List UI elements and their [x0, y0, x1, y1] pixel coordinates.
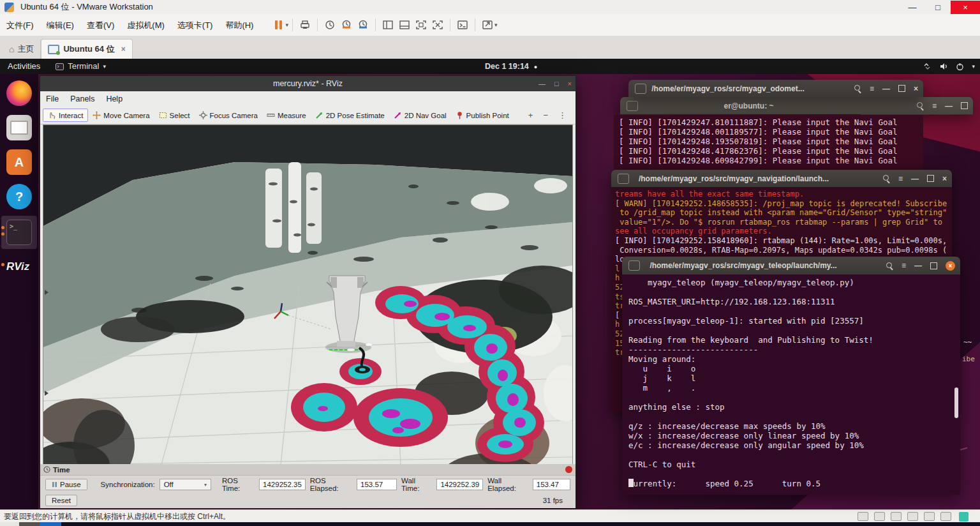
- time-panel-title: Time: [53, 466, 70, 474]
- menu-icon[interactable]: ≡: [902, 261, 906, 270]
- sound-device-icon[interactable]: [924, 512, 935, 521]
- terminal-icon: [56, 63, 64, 70]
- terminal-teleop-output[interactable]: myagv_teleop (myagv_teleop/myagv_teleop.…: [622, 274, 960, 492]
- pause-button[interactable]: Pause: [45, 479, 87, 490]
- snapshot-manager-icon[interactable]: [355, 17, 371, 33]
- tool-focus-camera[interactable]: Focus Camera: [195, 109, 262, 121]
- activities-button[interactable]: Activities: [0, 59, 48, 74]
- wall-time-field[interactable]: 1429252.39: [436, 479, 483, 490]
- unity-mode-icon[interactable]: [429, 17, 446, 33]
- rviz-titlebar[interactable]: mercury.rviz* - RViz — □ ×: [40, 76, 575, 91]
- menu-file[interactable]: 文件(F): [0, 15, 40, 36]
- rviz-minimize-button[interactable]: —: [538, 80, 546, 87]
- menu-tabs[interactable]: 选项卡(T): [171, 15, 219, 36]
- ros-time-field[interactable]: 1429252.35: [259, 479, 306, 490]
- tool-properties-button[interactable]: ⋮: [558, 110, 567, 120]
- fit-guest-caret-icon[interactable]: ▾: [494, 22, 498, 28]
- tool-remove-button[interactable]: −: [543, 110, 548, 120]
- search-icon[interactable]: [886, 262, 893, 269]
- wall-elapsed-field[interactable]: 153.47: [533, 479, 570, 490]
- terminal-teleop-window[interactable]: /home/er/myagv_ros/src/myagv_teleop/laun…: [622, 257, 960, 495]
- close-icon[interactable]: ×: [942, 174, 947, 183]
- rviz-menu-file[interactable]: File: [40, 94, 64, 103]
- rviz-menu-help[interactable]: Help: [100, 94, 128, 103]
- search-icon[interactable]: [854, 85, 861, 92]
- maximize-icon[interactable]: [930, 262, 937, 269]
- menu-icon[interactable]: ≡: [898, 174, 903, 183]
- maximize-icon[interactable]: [961, 102, 968, 109]
- topbar-clock[interactable]: Dec 1 19:14●: [485, 59, 537, 75]
- search-icon[interactable]: [917, 102, 924, 109]
- close-icon[interactable]: ×: [946, 261, 955, 271]
- tool-add-button[interactable]: +: [528, 110, 533, 120]
- menu-help[interactable]: 帮助(H): [219, 15, 260, 36]
- software-icon[interactable]: A: [6, 149, 32, 175]
- network-device-icon[interactable]: [891, 512, 902, 521]
- appmenu-terminal[interactable]: Terminal ▾: [48, 59, 114, 74]
- maximize-icon[interactable]: [927, 175, 934, 182]
- terminal-odom-window[interactable]: /home/er/myagv_ros/src/myagv_odomet... ≡…: [628, 80, 923, 97]
- ros-elapsed-field[interactable]: 153.57: [357, 479, 397, 490]
- tab-ubuntu-vm[interactable]: Ubuntu 64 位 ×: [41, 39, 132, 59]
- rviz-close-button[interactable]: ×: [568, 80, 572, 87]
- usb-device-icon[interactable]: [907, 512, 918, 521]
- volume-icon[interactable]: [939, 63, 948, 70]
- tool-move-camera[interactable]: Move Camera: [88, 109, 154, 121]
- minimize-icon[interactable]: —: [945, 101, 953, 110]
- close-icon[interactable]: ×: [914, 84, 918, 93]
- window-minimize-button[interactable]: —: [900, 1, 925, 14]
- minimize-icon[interactable]: —: [882, 84, 890, 93]
- menu-view[interactable]: 查看(V): [80, 15, 121, 36]
- tab-close-icon[interactable]: ×: [121, 45, 126, 54]
- files-icon[interactable]: [6, 115, 32, 140]
- system-menu-caret-icon[interactable]: ▾: [972, 63, 975, 70]
- take-snapshot-icon[interactable]: [322, 17, 338, 33]
- tool-measure[interactable]: Measure: [262, 109, 311, 121]
- help-icon[interactable]: ?: [6, 184, 32, 209]
- printer-device-icon[interactable]: [940, 512, 951, 521]
- menu-edit[interactable]: 编辑(E): [40, 15, 80, 36]
- tool-publish-point[interactable]: Publish Point: [451, 109, 514, 121]
- tool-select[interactable]: Select: [154, 109, 195, 121]
- rviz-dock-icon[interactable]: RViz: [6, 254, 32, 280]
- time-panel-close-button[interactable]: [565, 466, 572, 473]
- show-thumbnails-icon[interactable]: [396, 17, 413, 33]
- minimize-icon[interactable]: —: [911, 174, 919, 183]
- cdrom-device-icon[interactable]: [874, 512, 885, 521]
- window-maximize-button[interactable]: □: [925, 1, 951, 14]
- firefox-icon[interactable]: [6, 80, 32, 106]
- window-close-button[interactable]: ×: [951, 1, 980, 14]
- vmware-tools-icon[interactable]: [959, 512, 969, 522]
- tool-2d-nav-goal[interactable]: 2D Nav Goal: [389, 109, 451, 121]
- maximize-icon[interactable]: [898, 85, 905, 92]
- menu-icon[interactable]: ≡: [870, 84, 874, 93]
- tool-interact[interactable]: Interact: [43, 109, 88, 122]
- network-icon[interactable]: [923, 63, 932, 70]
- suspend-vm-button[interactable]: [270, 17, 286, 33]
- rviz-menu-panels[interactable]: Panels: [64, 94, 100, 103]
- terminal-log-output[interactable]: [ INFO] [1701429247.810111887]: Please i…: [614, 115, 923, 170]
- rviz-3d-viewport[interactable]: [43, 124, 573, 465]
- show-library-icon[interactable]: [380, 17, 396, 33]
- tab-home[interactable]: ⌂ 主页: [3, 40, 41, 59]
- fullscreen-icon[interactable]: [413, 17, 429, 33]
- menu-icon[interactable]: ≡: [932, 101, 937, 110]
- harddisk-device-icon[interactable]: [858, 512, 868, 521]
- fit-guest-icon[interactable]: [479, 17, 496, 33]
- console-view-icon[interactable]: [454, 17, 471, 33]
- revert-snapshot-icon[interactable]: [338, 17, 355, 33]
- terminal-dock-icon[interactable]: >_: [6, 220, 32, 245]
- power-icon[interactable]: [956, 63, 964, 71]
- reset-button[interactable]: Reset: [45, 495, 77, 506]
- tool-2d-pose-estimate[interactable]: 2D Pose Estimate: [311, 109, 389, 121]
- time-panel-header[interactable]: Time: [40, 464, 575, 476]
- sync-dropdown[interactable]: Off ▾: [160, 479, 211, 490]
- terminal-scrollbar[interactable]: [954, 387, 958, 418]
- minimize-icon[interactable]: —: [914, 261, 922, 270]
- search-icon[interactable]: [883, 175, 890, 182]
- menu-vm[interactable]: 虚拟机(M): [121, 15, 171, 36]
- printer-icon[interactable]: [297, 17, 313, 33]
- suspend-caret-icon[interactable]: ▾: [285, 22, 288, 28]
- terminal-shell-window[interactable]: er@ubuntu: ~ ≡ —: [620, 97, 973, 115]
- rviz-maximize-button[interactable]: □: [554, 80, 559, 87]
